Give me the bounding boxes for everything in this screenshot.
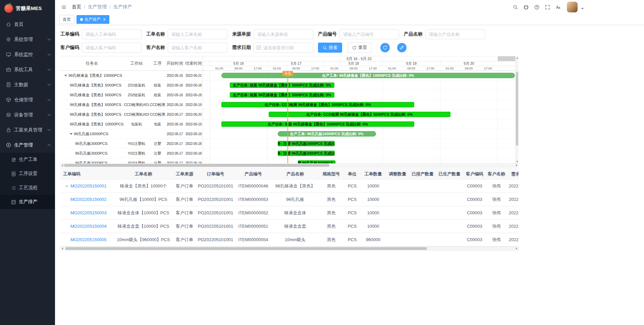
fullscreen-icon (545, 5, 550, 10)
sidebar-item-fixture-management[interactable]: 工装夹具管理 (0, 122, 55, 138)
gantt-task-row[interactable]: 96孔孔板3000PCSY02注塑机注塑2022-05-172022-05-18 (60, 149, 203, 158)
gantt-chart-row: 生产任务: 组装 96孔移液盒【黑色】5000PCS 完成比例: 0% (203, 80, 515, 90)
vertical-scrollbar-thumb[interactable] (516, 72, 518, 146)
gantt-task-row[interactable]: 96孔孔板3000PCSY03注塑机注塑2022-05-172022-05-19 (60, 158, 203, 163)
workorder-code-link[interactable]: MO202205150005 (70, 237, 107, 242)
gantt-task-row[interactable]: 96孔移液盒【黑色】5000PCSCCD检测机#01CCD检测2022-05-1… (60, 100, 203, 110)
gantt-task-row[interactable]: 96孔孔板10000PCS2022-05-172022-05-19 (60, 129, 203, 139)
sidebar-subitem-process-flow[interactable]: 工艺流程 (0, 181, 55, 195)
sidebar-item-master-data[interactable]: 主数据 (0, 77, 55, 92)
sidebar-item-label: 系统管理 (14, 37, 45, 43)
gantt-bar-task[interactable]: 生产任务: CCD检测 96孔移液盒【黑色】5000PCS 完成比例: 0% (221, 102, 414, 107)
table-column-header: 工单来源 (173, 171, 196, 177)
table-horizontal-scrollbar[interactable] (60, 247, 519, 251)
tab-production-scheduling[interactable]: 生产排产× (76, 15, 109, 24)
filter-input-demand-date[interactable] (254, 43, 313, 53)
table-row[interactable]: MO20220515000510mm吸头【960000】PCS客户订单PO202… (60, 233, 519, 247)
timeline-day-label: 5月 20 (464, 61, 474, 65)
scroll-left-arrow-icon[interactable] (62, 248, 63, 250)
gantt-task-process: CCD检测 (150, 112, 165, 117)
sidebar-item-equipment-management[interactable]: 设备管理 (0, 107, 55, 122)
question-icon[interactable] (532, 2, 541, 12)
filter-input-product-code[interactable] (339, 29, 399, 39)
sidebar-item-production-management[interactable]: 生产管理 (0, 138, 55, 153)
sidebar-item-system-monitor[interactable]: 系统监控 (0, 47, 55, 62)
list-icon (11, 185, 16, 191)
gantt-bar-task[interactable]: 生产任务: 组装 96孔移液盒【黑色】5000PCS 完成比例: 0% (230, 92, 334, 98)
caret-down-icon[interactable] (64, 75, 67, 76)
filter-input-source-document[interactable] (254, 29, 313, 39)
monitor-icon (6, 52, 11, 57)
github-icon[interactable] (521, 2, 531, 12)
workorder-code-link[interactable]: MO202205150002 (70, 197, 107, 202)
scroll-up-arrow-icon[interactable] (516, 57, 518, 59)
reset-button[interactable]: 重置 (347, 43, 372, 53)
filter-input-workorder-name[interactable] (168, 29, 227, 39)
sidebar-subitem-process-settings[interactable]: 工序设置 (0, 167, 55, 181)
caret-down-icon[interactable] (70, 133, 72, 135)
gantt-bar-task[interactable]: 生产任务: 注塑 96孔孔板3000PCS 完成比例: 0% (278, 151, 335, 156)
filter-label: 工单编码 (60, 31, 79, 37)
table-row[interactable]: MO202205150003移液盒盒体【10000】PCS客户订单PO20220… (60, 206, 519, 220)
search-button[interactable]: 搜索 (318, 43, 342, 53)
tab-home[interactable]: 首页 (59, 15, 74, 24)
chevron-down-icon (48, 67, 51, 71)
workorder-code-link[interactable]: MO202205150004 (70, 224, 107, 229)
scroll-right-arrow-icon[interactable] (516, 164, 517, 166)
gantt-bar-order[interactable]: 生产工单: 96孔孔板10000PCS 完成比例: 0% (278, 131, 376, 137)
app-logo[interactable]: 苦糖果MES (0, 0, 55, 17)
table-row[interactable]: MO20220515000296孔孔板【10000】PCS客户订单PO20220… (60, 193, 519, 206)
gantt-task-row[interactable]: 96孔孔板3000PCSY01注塑机注塑2022-05-172022-05-18 (60, 139, 203, 149)
scroll-down-arrow-icon[interactable] (516, 161, 518, 162)
table-cell: 客户订单 (173, 237, 196, 243)
sidebar-item-warehouse-management[interactable]: 仓储管理 (0, 92, 55, 107)
sidebar-item-system-tools[interactable]: 系统工具 (0, 62, 55, 77)
chevron-down-icon[interactable] (63, 184, 70, 188)
avatar[interactable] (567, 2, 578, 12)
cube-icon (6, 97, 11, 102)
table-row[interactable]: MO202205150001移液盒【黑色】10000个客户订单PO2022051… (60, 179, 519, 193)
gantt-task-row[interactable]: 96孔移液盒【黑色】10000PCS2022-05-162022-05-21 (60, 71, 203, 80)
breadcrumb-item[interactable]: 生产管理 (88, 4, 107, 10)
filter-input-workorder-code[interactable] (82, 29, 142, 39)
gantt-task-row[interactable]: 96孔移液盒【黑色】5000PCSZ01组装机组装2022-05-162022-… (60, 80, 203, 90)
filter-customer-code: 客户编码 (60, 43, 142, 53)
gantt-bar-task[interactable]: 生产任务: 组装 96孔移液盒【黑色】5000PCS 完成比例: 0% (230, 83, 334, 88)
filter-input-customer-code[interactable] (82, 43, 142, 53)
gantt-task-row[interactable]: 96孔移液盒【黑色】10000PCS包装机包装2022-05-162022-05… (60, 119, 203, 129)
sidebar-subitem-production-scheduling[interactable]: 生产排产 (0, 195, 55, 209)
sidebar-subitem-production-workorder[interactable]: 生产工单 (0, 153, 55, 167)
refresh-circle-button[interactable] (380, 43, 390, 52)
scroll-left-arrow-icon[interactable] (62, 164, 63, 166)
gantt-bar-order[interactable]: 生产工单: 96孔移液盒【黑色】10000PCS 完成比例: 0% (221, 73, 515, 78)
gantt-task-name-cell: 96孔孔板3000PCS (60, 151, 123, 156)
sidebar-item-home[interactable]: 首页 (0, 17, 55, 32)
breadcrumb-item[interactable]: 首页 (72, 4, 81, 10)
gantt-bar-task[interactable]: 生产任务: 注塑 96孔孔板3000PCS 完成比例: 0% (278, 141, 335, 146)
sidebar-item-system-management[interactable]: 系统管理 (0, 32, 55, 47)
caret-down-icon[interactable] (580, 6, 585, 12)
gantt-task-row[interactable]: 96孔移液盒【黑色】5000PCSCCD检测机#02CCD检测2022-05-1… (60, 110, 203, 119)
gantt-task-row[interactable]: 96孔移液盒【黑色】5000PCSZ02组装机组装2022-05-162022-… (60, 90, 203, 100)
close-icon[interactable]: × (103, 17, 106, 22)
horizontal-scrollbar-thumb[interactable] (65, 247, 427, 250)
fullscreen-icon[interactable] (543, 2, 552, 12)
search-icon[interactable] (511, 2, 520, 12)
horizontal-scrollbar-thumb[interactable] (64, 164, 329, 167)
filter-input-wrap (425, 29, 485, 39)
edit-circle-button[interactable] (397, 43, 407, 52)
filter-input-customer-name[interactable] (168, 43, 227, 53)
table-row[interactable]: MO202205150004移液盒盒盖【10000】PCS客户订单PO20220… (60, 220, 519, 233)
font-size-icon[interactable] (553, 2, 563, 12)
gantt-horizontal-scrollbar[interactable] (60, 163, 519, 167)
gantt-bar-task[interactable]: 生产任务: CCD检测 96孔移液盒【黑色】5000PCS 完成比例: 0% (269, 112, 451, 117)
scroll-right-arrow-icon[interactable] (516, 248, 517, 250)
sidebar-toggle[interactable] (58, 2, 69, 12)
workorder-code-link[interactable]: MO202205150003 (70, 210, 107, 215)
gantt-bar-task[interactable]: 生产任务: 包装 96孔移液盒【黑色】10000PCS 完成比例: 0% (221, 121, 414, 127)
gantt-vertical-scrollbar[interactable] (515, 56, 519, 163)
filter-input-product-name[interactable] (425, 29, 485, 39)
workorder-code-link[interactable]: MO202205150001 (70, 183, 107, 188)
gantt-task-process: CCD检测 (150, 102, 165, 107)
gantt-bar-task[interactable]: 生产任务: 注塑 96孔孔板3000PCS 完成比例: 0% (298, 160, 335, 163)
